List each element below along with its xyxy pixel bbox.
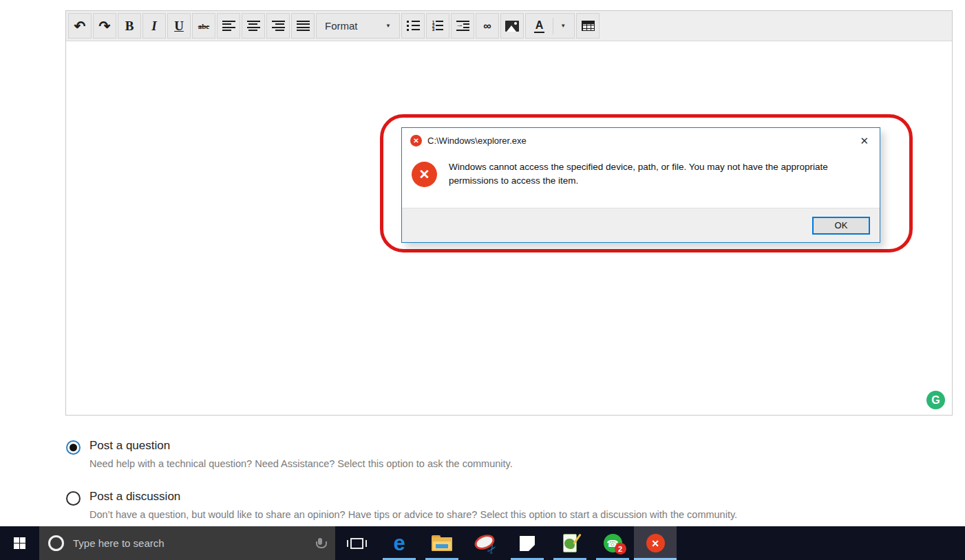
note-icon xyxy=(520,536,535,551)
option-description: Need help with a technical question? Nee… xyxy=(89,458,513,469)
align-center-icon xyxy=(247,21,260,31)
undo-button[interactable]: ↶ xyxy=(68,13,92,39)
dialog-title-bar: ✕ C:\Windows\explorer.exe ✕ xyxy=(402,128,880,153)
taskbar-app-snipping-tool[interactable]: ✂ xyxy=(463,526,506,560)
underline-button[interactable]: U xyxy=(167,13,191,39)
insert-table-button[interactable] xyxy=(576,13,600,39)
taskbar-app-whatsapp[interactable]: ☎ 2 xyxy=(591,526,634,560)
strikethrough-button[interactable]: abc xyxy=(192,13,215,39)
editor-content-area[interactable]: ✕ C:\Windows\explorer.exe ✕ ✕ Windows ca… xyxy=(66,41,952,415)
notification-badge: 2 xyxy=(615,543,626,554)
file-explorer-icon xyxy=(432,535,452,551)
editor-toolbar: ↶ ↷ B I U abc Format ▼ 1 2 3 → ∞ A ▼ xyxy=(66,11,952,41)
option-post-question: Post a question Need help with a technic… xyxy=(66,439,737,469)
italic-button[interactable]: I xyxy=(142,13,166,39)
dialog-title: C:\Windows\explorer.exe xyxy=(427,136,857,146)
taskbar-app-error-window[interactable]: ✕ xyxy=(634,526,677,560)
bold-button[interactable]: B xyxy=(118,13,141,39)
close-icon[interactable]: ✕ xyxy=(857,133,871,149)
option-description: Don’t have a question, but would like to… xyxy=(89,509,737,520)
edge-icon: e xyxy=(393,532,405,554)
error-icon-large: ✕ xyxy=(412,162,437,187)
dialog-message: Windows cannot access the specified devi… xyxy=(449,160,867,208)
align-left-icon xyxy=(222,21,235,31)
numbered-list-icon: 1 2 3 xyxy=(432,21,444,31)
task-view-icon xyxy=(350,538,363,549)
task-view-button[interactable] xyxy=(335,526,378,560)
format-dropdown[interactable]: Format ▼ xyxy=(316,13,400,39)
post-type-options: Post a question Need help with a technic… xyxy=(66,439,737,520)
align-right-button[interactable] xyxy=(266,13,290,39)
align-center-button[interactable] xyxy=(242,13,265,39)
image-icon xyxy=(505,21,519,32)
text-color-button[interactable]: A ▼ xyxy=(525,13,575,39)
align-justify-icon xyxy=(297,21,310,31)
error-window-icon: ✕ xyxy=(646,534,665,552)
cortana-icon xyxy=(48,535,64,551)
option-label[interactable]: Post a discussion xyxy=(89,490,737,504)
error-dialog: ✕ C:\Windows\explorer.exe ✕ ✕ Windows ca… xyxy=(401,127,880,243)
undo-icon: ↶ xyxy=(74,19,86,33)
dialog-body: ✕ Windows cannot access the specified de… xyxy=(402,153,880,208)
radio-post-question[interactable] xyxy=(66,440,81,455)
chevron-down-icon: ▼ xyxy=(385,23,391,29)
link-icon: ∞ xyxy=(483,20,491,32)
insert-image-button[interactable] xyxy=(500,13,524,39)
underline-icon: U xyxy=(174,19,184,34)
taskbar-search[interactable]: Type here to search xyxy=(39,526,335,560)
italic-icon: I xyxy=(151,19,156,34)
start-button[interactable] xyxy=(0,526,39,560)
search-placeholder: Type here to search xyxy=(73,537,315,549)
windows-logo-icon xyxy=(14,537,25,549)
error-icon: ✕ xyxy=(410,135,422,147)
text-color-icon: A xyxy=(534,19,545,33)
redo-button[interactable]: ↷ xyxy=(93,13,116,39)
chevron-down-icon: ▼ xyxy=(560,23,566,29)
ok-button[interactable]: OK xyxy=(812,217,870,235)
notepad-plus-plus-icon xyxy=(561,534,579,552)
bold-icon: B xyxy=(125,19,134,34)
rich-text-editor: ↶ ↷ B I U abc Format ▼ 1 2 3 → ∞ A ▼ xyxy=(65,10,953,416)
dialog-footer: OK xyxy=(402,208,880,242)
table-icon xyxy=(582,21,595,31)
insert-link-button[interactable]: ∞ xyxy=(476,13,499,39)
grammarly-icon[interactable]: G xyxy=(926,391,945,409)
format-dropdown-label: Format xyxy=(325,20,358,32)
taskbar-app-notepad-plus-plus[interactable] xyxy=(549,526,591,560)
indent-icon: → xyxy=(456,21,469,31)
align-justify-button[interactable] xyxy=(291,13,315,39)
align-right-icon xyxy=(272,21,285,31)
microphone-icon[interactable] xyxy=(315,538,325,549)
taskbar: Type here to search e ✂ ☎ 2 ✕ xyxy=(0,526,965,560)
whatsapp-icon: ☎ 2 xyxy=(604,534,622,552)
scissors-icon: ✂ xyxy=(483,541,500,557)
taskbar-app-edge[interactable]: e xyxy=(378,526,421,560)
bulleted-list-icon xyxy=(407,21,420,31)
redo-icon: ↷ xyxy=(99,19,111,33)
numbered-list-button[interactable]: 1 2 3 xyxy=(426,13,449,39)
snipping-tool-icon: ✂ xyxy=(474,532,496,554)
taskbar-app-file-explorer[interactable] xyxy=(421,526,463,560)
option-label[interactable]: Post a question xyxy=(89,439,513,453)
align-left-button[interactable] xyxy=(217,13,240,39)
strikethrough-icon: abc xyxy=(198,22,210,30)
taskbar-app-notes[interactable] xyxy=(506,526,549,560)
option-post-discussion: Post a discussion Don’t have a question,… xyxy=(66,490,737,520)
bulleted-list-button[interactable] xyxy=(401,13,425,39)
indent-button[interactable]: → xyxy=(451,13,474,39)
radio-post-discussion[interactable] xyxy=(66,491,81,506)
